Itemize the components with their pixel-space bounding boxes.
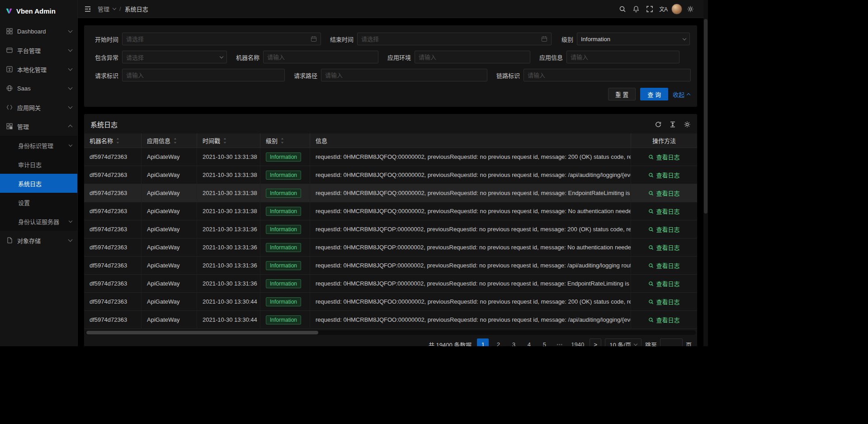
page-button[interactable]: 5 bbox=[538, 338, 550, 346]
app-logo[interactable]: Vben Admin bbox=[0, 0, 77, 22]
scrollbar-thumb[interactable] bbox=[86, 331, 318, 334]
sidebar-item-settings[interactable]: 设置 bbox=[0, 193, 77, 212]
cell-level: Information bbox=[260, 184, 310, 202]
chevron-down-icon bbox=[68, 105, 73, 109]
cell-timestamp: 2021-10-30 13:30:44 bbox=[197, 311, 260, 329]
page-button[interactable]: 4 bbox=[523, 338, 535, 346]
breadcrumb-parent[interactable]: 管理 bbox=[98, 5, 109, 13]
machine-name-input[interactable] bbox=[267, 54, 374, 61]
field-machine-name: 机器名称 bbox=[232, 51, 378, 63]
view-log-link[interactable]: 查看日志 bbox=[648, 225, 679, 233]
cell-level: Information bbox=[260, 220, 310, 238]
app-env-input[interactable] bbox=[419, 54, 526, 61]
table-row: df5974d72363ApiGateWay2021-10-30 13:30:4… bbox=[84, 293, 697, 311]
sidebar-item-saas[interactable]: Saas bbox=[0, 79, 77, 98]
magnifier-icon bbox=[648, 154, 654, 160]
sidebar-item-identity-management[interactable]: 身份标识管理 bbox=[0, 136, 77, 155]
start-time-datepicker[interactable] bbox=[122, 33, 321, 45]
magnifier-icon bbox=[648, 263, 654, 268]
app-window: Vben Admin Dashboard 平台管理 bbox=[0, 0, 708, 346]
has-exception-select[interactable]: 请选择 bbox=[122, 51, 227, 63]
cell-app-info: ApiGateWay bbox=[142, 148, 197, 166]
trace-id-input[interactable] bbox=[528, 72, 687, 79]
sidebar-item-localization[interactable]: 本地化管理 bbox=[0, 60, 77, 79]
page-button[interactable]: 1940 bbox=[569, 338, 586, 346]
cell-machine-name: df5974d72363 bbox=[84, 184, 142, 202]
sidebar-item-auth-server[interactable]: 身份认证服务器 bbox=[0, 212, 77, 231]
column-header-level[interactable]: 级别 bbox=[260, 133, 310, 148]
column-settings-gear-icon[interactable] bbox=[684, 121, 691, 128]
cell-machine-name: df5974d72363 bbox=[84, 275, 142, 292]
view-log-link[interactable]: 查看日志 bbox=[648, 261, 679, 270]
cell-actions: 查看日志 bbox=[631, 166, 697, 184]
view-log-link[interactable]: 查看日志 bbox=[648, 243, 679, 252]
sidebar-item-gateway[interactable]: 应用网关 bbox=[0, 98, 77, 117]
horizontal-scrollbar[interactable] bbox=[85, 330, 696, 335]
page-button[interactable]: 1 bbox=[477, 338, 489, 346]
user-avatar[interactable] bbox=[670, 0, 684, 18]
vertical-scrollbar[interactable] bbox=[703, 0, 708, 346]
magnifier-icon bbox=[648, 299, 654, 305]
cell-actions: 查看日志 bbox=[631, 202, 697, 220]
magnifier-icon bbox=[648, 191, 654, 196]
sort-icon[interactable] bbox=[173, 137, 177, 144]
column-height-icon[interactable] bbox=[669, 121, 676, 128]
column-header-timestamp[interactable]: 时间戳 bbox=[197, 133, 260, 148]
cell-app-info: ApiGateWay bbox=[142, 220, 197, 238]
level-badge: Information bbox=[266, 189, 301, 198]
breadcrumb-separator: / bbox=[119, 5, 121, 12]
sidebar-item-object-storage[interactable]: 对象存储 bbox=[0, 231, 77, 250]
fullscreen-icon[interactable] bbox=[643, 0, 656, 18]
cell-level: Information bbox=[260, 148, 310, 166]
search-button[interactable]: 查 询 bbox=[640, 88, 668, 100]
jump-page-input[interactable] bbox=[660, 338, 683, 346]
collapse-filter-link[interactable]: 收起 bbox=[673, 90, 690, 99]
level-badge: Information bbox=[266, 152, 301, 162]
view-log-link[interactable]: 查看日志 bbox=[648, 171, 679, 179]
sidebar-item-dashboard[interactable]: Dashboard bbox=[0, 22, 77, 41]
sidebar-fold-icon[interactable] bbox=[84, 5, 91, 13]
cell-app-info: ApiGateWay bbox=[142, 202, 197, 220]
next-page-button[interactable]: > bbox=[590, 338, 601, 346]
view-log-link[interactable]: 查看日志 bbox=[648, 207, 679, 215]
scrollbar-thumb[interactable] bbox=[704, 19, 708, 214]
sidebar-item-audit-logs[interactable]: 审计日志 bbox=[0, 155, 77, 174]
cell-message: requestId: 0HMCRBM8JQFOP:00000002, previ… bbox=[310, 220, 631, 238]
sort-icon[interactable] bbox=[280, 137, 284, 144]
end-time-input[interactable] bbox=[361, 36, 538, 43]
platform-icon bbox=[6, 47, 13, 53]
sidebar-item-system-logs[interactable]: 系统日志 bbox=[0, 174, 77, 193]
view-log-link[interactable]: 查看日志 bbox=[648, 315, 679, 324]
view-log-link[interactable]: 查看日志 bbox=[648, 279, 679, 288]
column-header-app[interactable]: 应用信息 bbox=[142, 133, 197, 148]
reset-button[interactable]: 重 置 bbox=[608, 88, 636, 100]
sort-icon[interactable] bbox=[116, 137, 120, 144]
table-row: df5974d72363ApiGateWay2021-10-30 13:31:3… bbox=[84, 202, 697, 220]
start-time-input[interactable] bbox=[126, 36, 308, 43]
view-log-link[interactable]: 查看日志 bbox=[648, 297, 679, 306]
top-header: 管理 / 系统日志 文A bbox=[78, 0, 703, 18]
request-id-input[interactable] bbox=[126, 72, 281, 79]
request-path-input[interactable] bbox=[325, 72, 483, 79]
settings-gear-icon[interactable] bbox=[684, 0, 697, 18]
refresh-icon[interactable] bbox=[655, 121, 662, 128]
level-badge: Information bbox=[266, 315, 301, 324]
locale-translate-icon[interactable]: 文A bbox=[656, 0, 670, 18]
sort-icon[interactable] bbox=[223, 137, 227, 144]
sidebar-item-management[interactable]: 管理 bbox=[0, 117, 77, 136]
level-select[interactable]: Information bbox=[577, 33, 690, 45]
view-log-link[interactable]: 查看日志 bbox=[648, 152, 679, 161]
end-time-datepicker[interactable] bbox=[357, 33, 552, 45]
search-icon[interactable] bbox=[616, 0, 629, 18]
page-button[interactable]: 3 bbox=[508, 338, 519, 346]
column-header-machine[interactable]: 机器名称 bbox=[84, 133, 142, 148]
page-size-select[interactable]: 10 条/页 bbox=[605, 338, 642, 346]
sidebar-item-platform[interactable]: 平台管理 bbox=[0, 41, 77, 60]
breadcrumb: 管理 / 系统日志 bbox=[98, 5, 148, 13]
page-button[interactable]: 2 bbox=[492, 338, 504, 346]
app-info-input[interactable] bbox=[571, 54, 675, 61]
sidebar: Vben Admin Dashboard 平台管理 bbox=[0, 0, 78, 346]
cell-message: requestId: 0HMCRBM8JQFOP:00000002, previ… bbox=[310, 257, 631, 274]
view-log-link[interactable]: 查看日志 bbox=[648, 189, 679, 197]
notification-bell-icon[interactable] bbox=[629, 0, 643, 18]
